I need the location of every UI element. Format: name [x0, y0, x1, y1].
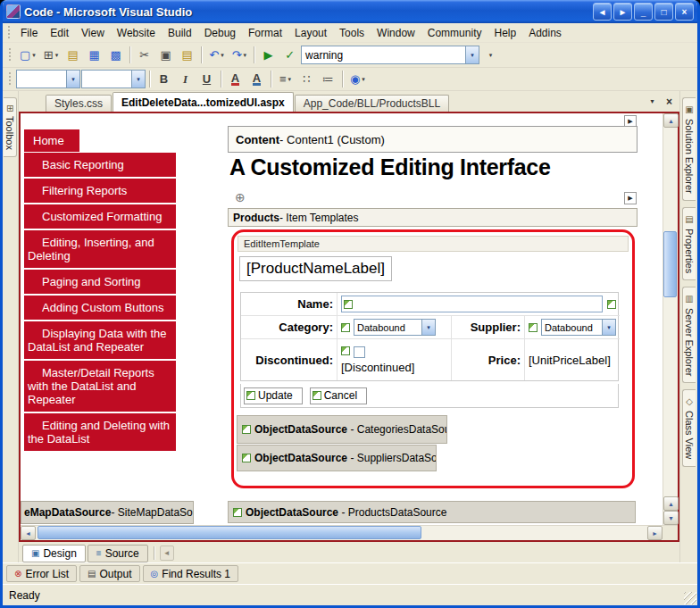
nav-item-displaying-data[interactable]: Displaying Data with the DataList and Re… — [24, 321, 176, 359]
resize-grip[interactable] — [684, 592, 696, 604]
undo-button[interactable]: ↶▾ — [205, 46, 227, 65]
copy-button[interactable]: ▣ — [155, 46, 176, 65]
design-view-tab[interactable]: ▣ Design — [22, 545, 86, 562]
nav-item-master-detail[interactable]: Master/Detail Reports with the DataList … — [24, 361, 176, 412]
find-combobox[interactable]: warning ▾ — [301, 46, 479, 64]
update-button[interactable]: Update — [244, 387, 303, 404]
edititemtemplate-header[interactable]: EditItemTemplate — [238, 236, 629, 252]
menu-view[interactable]: View — [75, 24, 111, 42]
objectdatasource-categories[interactable]: ObjectDataSource - CategoriesDataSource — [237, 415, 447, 444]
save-all-button[interactable]: ▩ — [105, 46, 126, 65]
underline-button[interactable]: U — [196, 70, 217, 89]
objectdatasource-suppliers[interactable]: ObjectDataSource - SuppliersDataSource — [237, 445, 437, 471]
horizontal-scroll-thumb[interactable] — [38, 526, 421, 539]
category-dropdown[interactable]: Databound ▾ — [354, 319, 436, 336]
menu-layout[interactable]: Layout — [288, 24, 333, 42]
menu-build[interactable]: Build — [162, 24, 198, 42]
output-tab[interactable]: ▤ Output — [79, 565, 139, 582]
menu-file[interactable]: File — [14, 24, 44, 42]
sitemapdatasource-control[interactable]: eMapDataSource - SiteMapDataSource1 — [21, 501, 194, 524]
menu-help[interactable]: Help — [488, 24, 522, 42]
alignment-button[interactable]: ≡▾ — [275, 70, 296, 89]
datalist-header[interactable]: Products - Item Templates — [228, 208, 638, 227]
product-name-label[interactable]: [ProductNameLabel] — [239, 256, 392, 281]
content-placeholder-header[interactable]: Content - Content1 (Custom) — [228, 126, 638, 153]
redo-button[interactable]: ↷▾ — [229, 46, 250, 65]
scroll-left-button[interactable]: ◄ — [21, 526, 36, 540]
combo-arrow-button[interactable]: ▾ — [602, 320, 615, 335]
bold-button[interactable]: B — [154, 70, 174, 89]
tab-styles-css[interactable]: Styles.css — [46, 95, 112, 112]
hyperlink-button[interactable]: ◉▾ — [346, 70, 369, 89]
nav-item-basic-reporting[interactable]: Basic Reporting — [24, 153, 176, 177]
combo-arrow-button[interactable]: ▾ — [66, 71, 79, 87]
minimize-button[interactable]: _ — [634, 3, 653, 21]
paste-button[interactable]: ▤ — [177, 46, 197, 65]
find-options-button[interactable]: ▾ — [480, 46, 501, 65]
title-bar[interactable]: Code - Microsoft Visual Studio ◄ ► _ □ × — [3, 0, 697, 23]
scroll-up-button[interactable]: ▲ — [663, 113, 679, 128]
solution-explorer-tab[interactable]: ▣ Solution Explorer — [682, 97, 696, 201]
properties-tab[interactable]: ▤ Properties — [682, 207, 696, 280]
combo-arrow-button[interactable]: ▾ — [421, 320, 435, 335]
back-arrow-button[interactable]: ◄ — [593, 3, 612, 21]
numbering-button[interactable]: ≔ — [318, 70, 338, 89]
horizontal-scroll-track[interactable] — [36, 526, 647, 540]
split-up-button[interactable]: ▲ — [663, 496, 679, 511]
tab-scroll-left-button[interactable]: ◄ — [160, 546, 174, 561]
vertical-scroll-thumb[interactable] — [663, 231, 677, 297]
menu-website[interactable]: Website — [111, 24, 162, 42]
name-textbox[interactable] — [341, 296, 603, 312]
add-item-button[interactable]: ⊞▾ — [40, 46, 62, 65]
close-button[interactable]: × — [675, 3, 694, 21]
target-rule-combobox[interactable]: ▾ — [16, 70, 80, 88]
source-view-tab[interactable]: ≡ Source — [88, 545, 148, 562]
menu-format[interactable]: Format — [242, 24, 288, 42]
cut-button[interactable]: ✂ — [134, 46, 154, 65]
menu-window[interactable]: Window — [371, 24, 421, 42]
toolbar-grip[interactable] — [8, 48, 12, 62]
nav-home-tab[interactable]: Home — [24, 129, 79, 152]
vertical-scroll-track[interactable] — [663, 128, 678, 496]
highlight-color-button[interactable]: A — [246, 70, 267, 89]
smart-tag-button[interactable]: ▶ — [624, 192, 637, 204]
menu-tools[interactable]: Tools — [333, 24, 371, 42]
active-files-menu-button[interactable]: ▾ — [646, 95, 659, 108]
nav-item-adding-custom-buttons[interactable]: Adding Custom Buttons — [24, 296, 176, 320]
start-debug-button[interactable]: ▶ — [258, 46, 279, 65]
nav-item-paging-sorting[interactable]: Paging and Sorting — [24, 270, 176, 294]
supplier-dropdown[interactable]: Databound ▾ — [541, 319, 616, 336]
menu-edit[interactable]: Edit — [44, 24, 75, 42]
move-handle-icon[interactable]: ⊕ — [235, 190, 246, 204]
server-explorer-tab[interactable]: ▥ Server Explorer — [682, 287, 696, 383]
nav-item-customized-formatting[interactable]: Customized Formatting — [24, 204, 176, 229]
scroll-right-button[interactable]: ► — [647, 526, 662, 540]
class-view-tab[interactable]: ◇ Class View — [682, 389, 696, 466]
objectdatasource-products[interactable]: ObjectDataSource - ProductsDataSource — [228, 501, 636, 523]
combo-arrow-button[interactable]: ▾ — [465, 46, 479, 63]
check-page-button[interactable]: ✓ — [279, 46, 300, 65]
toolbar-grip[interactable] — [8, 72, 12, 87]
toolbox-tab[interactable]: ⊞ Toolbox — [4, 97, 17, 157]
cancel-button[interactable]: Cancel — [310, 387, 367, 404]
save-button[interactable]: ▦ — [84, 46, 104, 65]
nav-item-editing-deleting-datalist[interactable]: Editing and Deleting with the DataList — [24, 413, 176, 451]
close-document-button[interactable]: × — [662, 95, 676, 108]
italic-button[interactable]: I — [175, 70, 196, 89]
block-format-combobox[interactable]: ▾ — [81, 70, 146, 88]
bullets-button[interactable]: ∷ — [296, 70, 317, 89]
toolbar-grip[interactable] — [7, 26, 12, 40]
nav-item-filtering-reports[interactable]: Filtering Reports — [24, 179, 176, 203]
discontinued-checkbox[interactable] — [354, 346, 365, 358]
nav-item-editing-inserting-deleting[interactable]: Editing, Inserting, and Deleting — [24, 230, 176, 268]
forward-arrow-button[interactable]: ► — [613, 3, 632, 21]
tab-productsbll[interactable]: App_Code/BLL/ProductsBLL — [295, 95, 449, 112]
tab-editdeletedata-aspx[interactable]: EditDeleteData...tomizedUI.aspx — [112, 92, 294, 112]
scroll-down-button[interactable]: ▼ — [663, 511, 679, 525]
menu-addins[interactable]: Addins — [522, 24, 568, 42]
horizontal-scrollbar[interactable]: ◄ ► — [21, 526, 662, 540]
open-file-button[interactable]: ▤ — [62, 46, 83, 65]
new-file-button[interactable]: ▢▾ — [16, 46, 39, 65]
menu-debug[interactable]: Debug — [198, 24, 242, 42]
error-list-tab[interactable]: ⊗ Error List — [6, 565, 77, 582]
